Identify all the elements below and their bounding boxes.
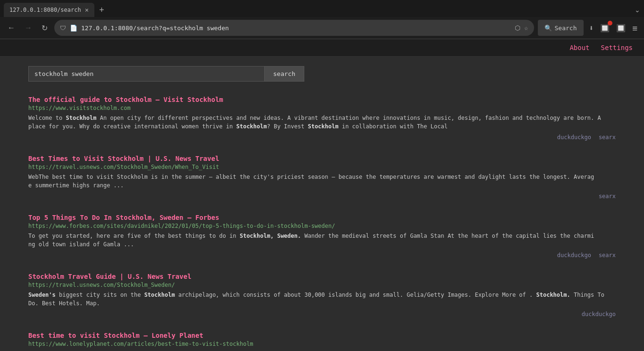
result-item: Best Times to Visit Stockholm | U.S. New… <box>28 155 616 200</box>
app-nav: About Settings <box>0 39 644 57</box>
download-icon[interactable]: ⬇ <box>587 22 596 34</box>
result-title[interactable]: Stockholm Travel Guide | U.S. News Trave… <box>28 273 616 280</box>
result-url: https://travel.usnews.com/Stockholm_Swed… <box>28 282 616 288</box>
tab-expand-button[interactable]: ⌄ <box>635 6 640 14</box>
search-icon: 🔍 <box>544 25 552 32</box>
browser-search-button[interactable]: 🔍 Search <box>538 20 584 36</box>
source-searx[interactable]: searx <box>599 193 616 200</box>
result-url: https://www.forbes.com/sites/davidnikel/… <box>28 223 616 229</box>
result-item: Top 5 Things To Do In Stockholm, Sweden … <box>28 214 616 259</box>
results-list: The official guide to Stockholm – Visit … <box>28 96 616 351</box>
extension-badge-count <box>608 21 612 25</box>
forward-button[interactable]: → <box>22 22 35 34</box>
result-url: https://travel.usnews.com/Stockholm_Swed… <box>28 164 616 170</box>
nav-bar: ← → ↻ 🛡 📄 ⬡ ☆ 🔍 Search ⬇ 🔲 🔲 ≡ <box>0 17 644 39</box>
page-info-icon: 📄 <box>70 25 77 32</box>
source-searx[interactable]: searx <box>599 252 616 259</box>
refresh-button[interactable]: ↻ <box>39 22 50 34</box>
result-sources: duckduckgo searx <box>28 251 616 259</box>
result-item: The official guide to Stockholm – Visit … <box>28 96 616 141</box>
result-url: https://www.lonelyplanet.com/articles/be… <box>28 341 616 347</box>
address-bar-wrapper: 🛡 📄 ⬡ ☆ <box>54 20 534 36</box>
toolbar-icons: ⬇ 🔲 🔲 ≡ <box>587 21 639 35</box>
result-url: https://www.visitstockholm.com <box>28 105 616 111</box>
extension-badge[interactable]: 🔲 <box>598 22 611 34</box>
new-tab-button[interactable]: + <box>96 4 107 16</box>
menu-icon[interactable]: ≡ <box>630 21 639 35</box>
source-duckduckgo[interactable]: duckduckgo <box>557 134 591 141</box>
result-snippet: To get you started, here are five of the… <box>28 232 616 249</box>
browser-chrome: 127.0.0.1:8080/search × + ⌄ ← → ↻ 🛡 📄 ⬡ … <box>0 0 644 39</box>
tab-title: 127.0.0.1:8080/search <box>9 7 81 13</box>
result-title[interactable]: The official guide to Stockholm – Visit … <box>28 96 616 103</box>
result-item: Best time to visit Stockholm – Lonely Pl… <box>28 332 616 351</box>
address-input[interactable] <box>81 25 511 32</box>
result-title[interactable]: Top 5 Things To Do In Stockholm, Sweden … <box>28 214 616 221</box>
active-tab: 127.0.0.1:8080/search × <box>4 3 94 17</box>
result-snippet: Welcome to Stockholm An open city for di… <box>28 114 616 131</box>
search-input[interactable] <box>28 66 264 82</box>
result-title[interactable]: Best time to visit Stockholm – Lonely Pl… <box>28 332 616 339</box>
address-bar-icons: ⬡ ☆ <box>515 24 528 32</box>
tab-bar: 127.0.0.1:8080/search × + ⌄ <box>0 0 644 17</box>
extensions-icon[interactable]: 🔲 <box>614 22 627 34</box>
source-duckduckgo[interactable]: duckduckgo <box>582 311 616 318</box>
result-sources: searx <box>28 192 616 200</box>
reader-mode-icon[interactable]: ⬡ <box>515 24 520 32</box>
result-title[interactable]: Best Times to Visit Stockholm | U.S. New… <box>28 155 616 162</box>
search-bar-row: search <box>28 66 616 82</box>
tab-close-button[interactable]: × <box>85 7 89 13</box>
result-sources: duckduckgo searx <box>28 134 616 141</box>
result-sources: duckduckgo <box>28 310 616 318</box>
about-link[interactable]: About <box>566 42 593 53</box>
result-item: Stockholm Travel Guide | U.S. News Trave… <box>28 273 616 318</box>
source-duckduckgo[interactable]: duckduckgo <box>557 252 591 259</box>
search-button[interactable]: search <box>264 66 304 82</box>
settings-link[interactable]: Settings <box>597 42 636 53</box>
result-snippet: WebThe best time to visit Stockholm is i… <box>28 173 616 190</box>
page-content: search The official guide to Stockholm –… <box>0 57 644 351</box>
result-snippet: Sweden's biggest city sits on the Stockh… <box>28 291 616 308</box>
security-icon: 🛡 <box>60 25 66 32</box>
source-searx[interactable]: searx <box>599 134 616 141</box>
search-label: Search <box>555 25 577 32</box>
back-button[interactable]: ← <box>5 22 18 34</box>
bookmark-icon[interactable]: ☆ <box>524 24 528 32</box>
